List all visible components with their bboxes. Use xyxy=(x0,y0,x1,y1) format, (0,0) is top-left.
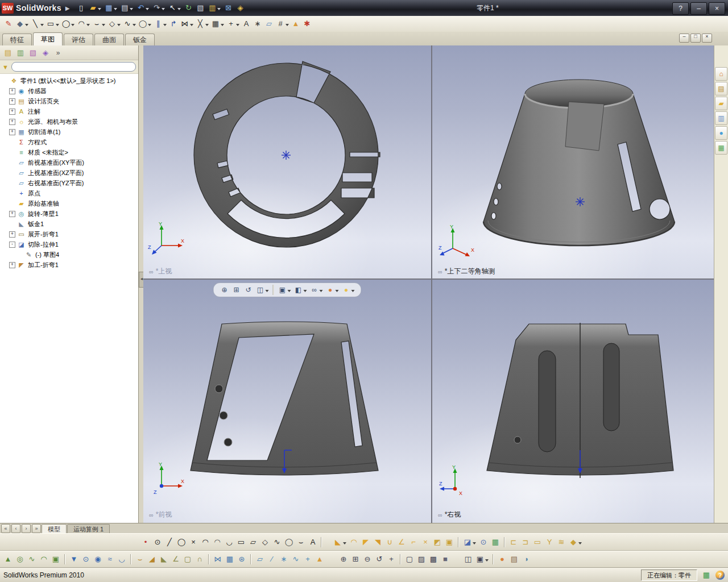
file-explorer-icon[interactable]: ▰ xyxy=(715,97,727,110)
edit-appearance-icon[interactable]: ● xyxy=(325,284,340,296)
tree-item[interactable]: +▰原始基准轴 xyxy=(0,198,138,209)
tree-item[interactable]: +❖零件1 (默认<<默认>_显示状态 1>) xyxy=(0,76,138,86)
tree-item[interactable]: +▤设计活页夹 xyxy=(0,96,138,106)
parallelogram-icon[interactable]: ▱ xyxy=(247,536,259,548)
circle-icon[interactable]: ⊙ xyxy=(152,536,163,548)
three-point-arc-icon[interactable]: ◡ xyxy=(224,536,235,548)
extruded-cut-icon[interactable]: ◪ xyxy=(462,536,477,548)
hidden-lines-visible-icon[interactable]: ▨ xyxy=(416,553,427,566)
hide-show-items-icon[interactable]: ∞ xyxy=(309,284,324,296)
line-icon[interactable]: ╲ xyxy=(30,18,45,30)
reference-plane-icon[interactable]: ▱ xyxy=(254,553,266,566)
hem-icon[interactable]: ∪ xyxy=(384,536,395,548)
reference-axis-icon[interactable]: ∕ xyxy=(266,553,278,566)
command-tab[interactable]: 草图 xyxy=(33,32,63,45)
sketch-point-icon[interactable]: • xyxy=(140,536,151,548)
tab-scroll-first-icon[interactable]: « xyxy=(1,524,10,533)
configurationmanager-tab-icon[interactable]: ▧ xyxy=(27,47,39,59)
forming-tool-icon[interactable]: ▣ xyxy=(444,536,455,548)
tree-expander[interactable]: + xyxy=(9,262,15,268)
tree-item[interactable]: ++原点 xyxy=(0,188,138,198)
tree-expander[interactable]: + xyxy=(9,88,15,94)
curvature-icon[interactable]: ◑ xyxy=(520,553,532,566)
rebuild-icon[interactable]: ↻ xyxy=(183,2,194,14)
sketched-bend-icon[interactable]: ⌐ xyxy=(408,536,419,548)
base-flange-icon[interactable]: ◣ xyxy=(332,536,348,548)
edit-color-icon[interactable]: ● xyxy=(497,553,508,566)
tab-scroll-prev-icon[interactable]: ‹ xyxy=(11,524,20,533)
tab-scroll-last-icon[interactable]: » xyxy=(32,524,41,533)
instant3d-icon[interactable]: ▲ xyxy=(314,553,325,566)
mirror-entities-icon[interactable]: ⋈ xyxy=(179,18,195,30)
tree-item[interactable]: +◣钣金1 xyxy=(0,219,138,229)
panel-overflow-icon[interactable]: » xyxy=(52,47,64,59)
ellipse-icon[interactable]: ◯ xyxy=(283,536,295,548)
sketch-settings-icon[interactable]: ✱ xyxy=(301,18,313,30)
vent-icon[interactable]: ▦ xyxy=(490,536,501,548)
delete-entities-icon[interactable]: × xyxy=(188,536,199,548)
closed-corner-icon[interactable]: ◩ xyxy=(432,536,443,548)
pan-icon[interactable]: + xyxy=(386,553,397,566)
sketch-text-icon[interactable]: A xyxy=(307,536,318,548)
appearance-icon[interactable]: ◈ xyxy=(234,2,246,14)
sketch-text-icon[interactable]: A xyxy=(241,18,252,30)
extruded-cut-icon[interactable]: ▼ xyxy=(68,553,80,566)
mirror-icon[interactable]: ⋈ xyxy=(212,553,224,566)
viewport-isometric[interactable]: Y X Z ∞ *上下二等角轴测 xyxy=(432,45,714,278)
tree-item[interactable]: +▱前视基准面(XY平面) xyxy=(0,157,138,168)
appearances-scenes-icon[interactable]: ● xyxy=(715,126,727,140)
corner-rectangle-icon[interactable]: ▭ xyxy=(45,18,60,30)
tree-expander[interactable]: + xyxy=(9,211,15,217)
centerpoint-arc-icon[interactable]: ◠ xyxy=(200,536,211,548)
tree-expander[interactable]: + xyxy=(9,109,15,115)
custom-properties-icon[interactable]: ▦ xyxy=(715,141,727,155)
insert-bends-icon[interactable]: ≋ xyxy=(556,536,567,548)
tree-expander[interactable]: + xyxy=(9,231,15,238)
viewport-top[interactable]: Y X Z ∞ *上视 xyxy=(143,45,431,278)
grid-snap-icon[interactable]: # xyxy=(275,18,290,30)
sketch-fillet-icon[interactable]: ⌣ xyxy=(295,536,307,548)
menu-expand-icon[interactable]: ▶ xyxy=(65,5,70,11)
linear-sketch-pattern-icon[interactable]: ▦ xyxy=(210,18,225,30)
revolved-boss-icon[interactable]: ◎ xyxy=(14,553,26,566)
tree-item[interactable]: +≡材质 <未指定> xyxy=(0,147,138,157)
tree-item[interactable]: +▱右视基准面(YZ平面) xyxy=(0,178,138,188)
point-icon[interactable]: ∗ xyxy=(252,18,263,30)
tree-item[interactable]: +▦切割清单(1) xyxy=(0,127,138,137)
window-close-icon[interactable]: × xyxy=(709,2,725,15)
circular-pattern-icon[interactable]: ⊛ xyxy=(236,553,247,566)
zoom-to-area-icon[interactable]: ⊞ xyxy=(350,553,361,566)
solidworks-resources-icon[interactable]: ⌂ xyxy=(715,67,727,81)
tree-item[interactable]: -◪切除-拉伸1 xyxy=(0,239,138,250)
ellipse-icon[interactable]: ◯ xyxy=(137,18,152,30)
featuremanager-tab-icon[interactable]: ▤ xyxy=(2,47,14,59)
previous-view-icon[interactable]: ↺ xyxy=(243,284,254,296)
lofted-bend-icon[interactable]: ◠ xyxy=(348,536,359,548)
revolved-cut-icon[interactable]: ◉ xyxy=(92,553,104,566)
shaded-icon[interactable]: ■ xyxy=(440,553,451,566)
command-tab[interactable]: 评估 xyxy=(64,34,93,45)
sketch-fillet-icon[interactable]: ⌣ xyxy=(91,18,106,30)
shaded-with-edges-icon[interactable]: ▩ xyxy=(428,553,439,566)
rip-icon[interactable]: Y xyxy=(544,536,555,548)
command-tab[interactable]: 钣金 xyxy=(125,34,155,45)
window-help-icon[interactable]: ? xyxy=(672,2,689,15)
tree-item[interactable]: +◎旋转-薄壁1 xyxy=(0,209,138,219)
file-properties-icon[interactable]: ▧ xyxy=(195,2,206,14)
apply-scene-icon[interactable]: ● xyxy=(341,284,356,296)
propertymanager-tab-icon[interactable]: ▥ xyxy=(15,47,26,59)
view-orientation-icon[interactable]: ▣ xyxy=(474,553,490,566)
study-tab[interactable]: 运动算例 1 xyxy=(67,524,110,534)
command-tab[interactable]: 特征 xyxy=(2,34,32,45)
cross-break-icon[interactable]: × xyxy=(420,536,431,548)
extruded-boss-icon[interactable]: ▲ xyxy=(2,553,14,566)
study-tab[interactable]: 模型 xyxy=(42,524,67,534)
polygon-icon[interactable]: ◇ xyxy=(259,536,271,548)
tree-item[interactable]: +✎(-) 草图4 xyxy=(0,250,138,260)
boundary-boss-icon[interactable]: ▣ xyxy=(50,553,61,566)
tree-expander[interactable]: + xyxy=(9,129,15,135)
tree-item[interactable]: +☼光源、相机与布景 xyxy=(0,117,138,127)
line-icon[interactable]: ╱ xyxy=(164,536,175,548)
viewport-front[interactable]: ⊕⊞↺◫▣◧∞●● Y xyxy=(143,280,431,523)
section-view-icon[interactable]: ◫ xyxy=(462,553,474,566)
